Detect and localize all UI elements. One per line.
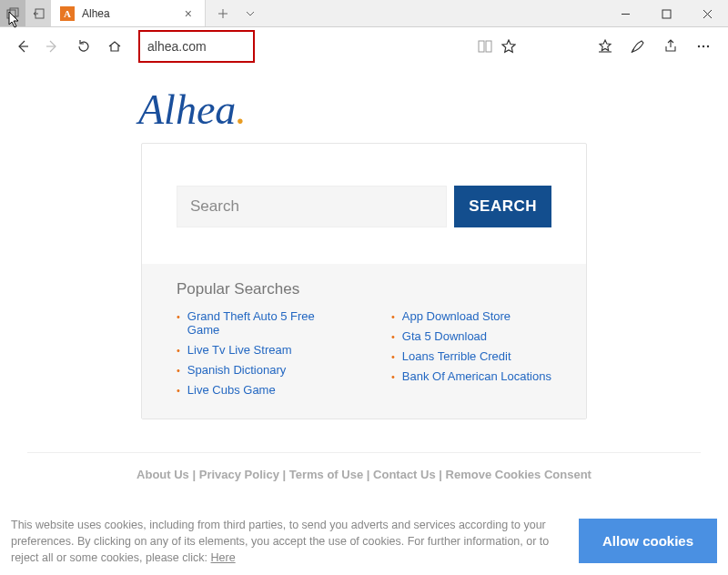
popular-link[interactable]: Spanish Dictionary: [187, 363, 286, 377]
share-icon[interactable]: [661, 36, 681, 56]
tabs-preview-button[interactable]: [0, 0, 25, 26]
window-close-button[interactable]: [687, 0, 728, 27]
tabs-chevron-button[interactable]: [237, 0, 264, 27]
search-card: SEARCH Popular Searches •Grand Theft Aut…: [141, 143, 587, 419]
footer-link[interactable]: Terms of Use: [289, 468, 363, 481]
cookie-text: This website uses cookies, including fro…: [11, 517, 561, 566]
list-item: •Grand Theft Auto 5 Free Game: [177, 309, 337, 337]
titlebar: A Alhea ×: [0, 0, 728, 27]
footer-link[interactable]: About Us: [136, 468, 189, 481]
popular-searches: Popular Searches •Grand Theft Auto 5 Fre…: [142, 264, 586, 419]
svg-rect-5: [486, 41, 491, 52]
search-input[interactable]: [177, 186, 447, 227]
search-button[interactable]: SEARCH: [454, 186, 551, 227]
allow-cookies-button[interactable]: Allow cookies: [579, 519, 717, 563]
list-item: •Loans Terrible Credit: [391, 349, 551, 363]
svg-point-8: [707, 45, 709, 47]
window-minimize-button[interactable]: [605, 0, 646, 27]
list-item: •Live Tv Live Stream: [177, 343, 337, 357]
popular-title: Popular Searches: [177, 280, 551, 298]
set-aside-tabs-button[interactable]: [25, 0, 51, 26]
popular-link[interactable]: Grand Theft Auto 5 Free Game: [187, 309, 337, 337]
list-item: •App Download Store: [391, 309, 551, 323]
forward-button[interactable]: [42, 35, 64, 57]
home-button[interactable]: [104, 35, 126, 57]
popular-link[interactable]: Loans Terrible Credit: [402, 349, 511, 363]
svg-point-6: [698, 45, 700, 47]
svg-rect-4: [479, 41, 484, 52]
tab-close-button[interactable]: ×: [181, 6, 196, 21]
popular-link[interactable]: Live Cubs Game: [187, 383, 276, 397]
reading-view-icon[interactable]: [473, 40, 497, 53]
favorite-star-icon[interactable]: [497, 39, 521, 54]
svg-rect-1: [10, 8, 18, 16]
popular-link[interactable]: App Download Store: [402, 309, 511, 323]
notes-icon[interactable]: [628, 36, 648, 56]
footer-links: About Us | Privacy Policy | Terms of Use…: [27, 452, 701, 481]
footer-link[interactable]: Privacy Policy: [199, 468, 279, 481]
tab-title: Alhea: [82, 7, 174, 20]
new-tab-button[interactable]: [209, 0, 237, 27]
url-input[interactable]: [138, 39, 473, 54]
page-content: Alhea. SEARCH Popular Searches •Grand Th…: [0, 66, 728, 481]
more-menu-icon[interactable]: [693, 36, 713, 56]
browser-tab[interactable]: A Alhea ×: [51, 0, 206, 26]
cookie-here-link[interactable]: Here: [211, 551, 236, 564]
refresh-button[interactable]: [73, 35, 95, 57]
list-item: •Gta 5 Download: [391, 329, 551, 343]
cookie-banner: This website uses cookies, including fro…: [0, 508, 728, 575]
address-bar: [0, 27, 728, 66]
footer-link[interactable]: Contact Us: [373, 468, 436, 481]
popular-link[interactable]: Gta 5 Download: [402, 329, 487, 343]
tab-favicon: A: [60, 6, 75, 21]
favorites-hub-icon[interactable]: [595, 36, 615, 56]
list-item: •Live Cubs Game: [177, 383, 337, 397]
svg-rect-3: [662, 10, 671, 18]
popular-link[interactable]: Live Tv Live Stream: [187, 343, 292, 357]
svg-point-7: [703, 45, 704, 47]
popular-link[interactable]: Bank Of American Locations: [402, 369, 551, 383]
back-button[interactable]: [11, 35, 33, 57]
list-item: •Bank Of American Locations: [391, 369, 551, 383]
footer-link[interactable]: Remove Cookies Consent: [446, 468, 592, 481]
svg-rect-0: [7, 10, 15, 18]
window-maximize-button[interactable]: [646, 0, 687, 27]
site-logo: Alhea.: [0, 86, 728, 134]
list-item: •Spanish Dictionary: [177, 363, 337, 377]
